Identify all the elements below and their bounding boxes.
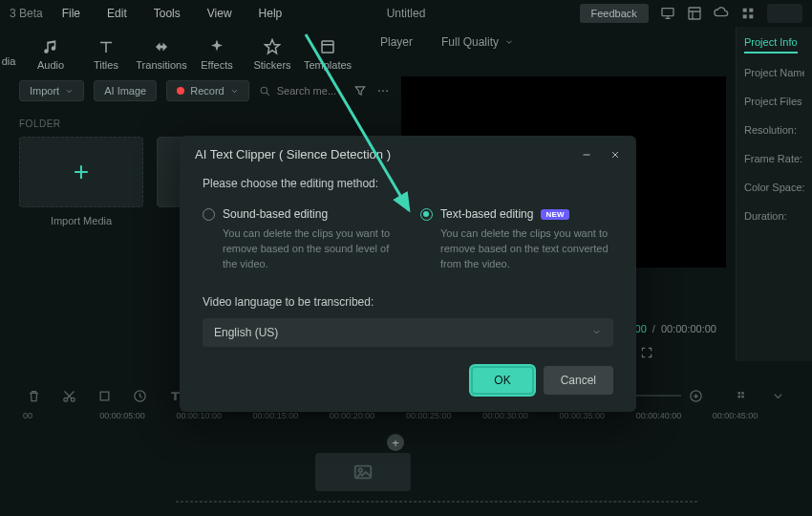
prop-project-name: Project Name: (744, 67, 804, 78)
method-sound-based[interactable]: Sound-based editing You can delete the c… (203, 207, 395, 272)
language-label: Video language to be transcribed: (203, 295, 613, 309)
timeline-tracks[interactable]: + (0, 430, 812, 506)
placeholder-clip[interactable] (315, 453, 411, 491)
monitor-icon[interactable] (660, 6, 675, 21)
inspector-panel: Project Info Project Name: Project Files… (736, 27, 812, 361)
svg-rect-28 (741, 392, 744, 395)
search-input[interactable] (277, 85, 344, 97)
svg-point-31 (358, 468, 362, 472)
layout-icon[interactable] (687, 6, 702, 21)
close-icon[interactable] (609, 149, 621, 161)
menu-file[interactable]: File (62, 7, 80, 20)
cloud-icon[interactable] (714, 6, 729, 21)
svg-rect-2 (742, 9, 746, 12)
empty-track-guide (176, 501, 697, 503)
add-track-button[interactable]: + (387, 434, 404, 451)
media-tab-truncated[interactable]: dia (0, 27, 17, 71)
document-title: Untitled (387, 7, 426, 20)
menu-view[interactable]: View (207, 7, 232, 20)
menu-edit[interactable]: Edit (107, 7, 127, 20)
crop-tool-icon[interactable] (97, 389, 112, 403)
svg-rect-26 (738, 392, 741, 395)
radio-selected-icon[interactable] (420, 208, 433, 221)
trash-icon[interactable] (27, 389, 41, 403)
chevron-down-icon (504, 37, 514, 47)
search-icon (259, 85, 271, 97)
tab-templates[interactable]: Templates (300, 32, 355, 76)
chevron-down-icon (591, 327, 602, 337)
record-dropdown[interactable]: Record (166, 80, 248, 101)
speed-icon[interactable] (133, 389, 147, 403)
method-desc: You can delete the clips you want to rem… (420, 226, 613, 272)
import-media-tile[interactable]: + Import Media (19, 137, 143, 226)
tab-effects[interactable]: Effects (189, 32, 245, 76)
total-time: 00:00:00:00 (661, 323, 716, 334)
menu-tools[interactable]: Tools (154, 7, 181, 20)
tool-tabs: Audio Titles Transitions Effects Sticker… (17, 27, 361, 76)
svg-rect-4 (742, 14, 746, 18)
player-label: Player (380, 35, 413, 49)
transitions-icon (153, 38, 170, 55)
ok-button[interactable]: OK (471, 366, 533, 395)
svg-rect-29 (741, 395, 744, 398)
project-info-tab[interactable]: Project Info (744, 36, 798, 54)
svg-point-12 (386, 90, 388, 92)
version-label: 3 Beta (10, 7, 43, 20)
method-text-based[interactable]: Text-based editing NEW You can delete th… (420, 207, 613, 272)
cancel-button[interactable]: Cancel (544, 366, 613, 395)
prop-frame-rate: Frame Rate: (744, 153, 804, 164)
quality-dropdown[interactable]: Full Quality (441, 35, 514, 49)
tab-titles[interactable]: Titles (78, 32, 134, 76)
image-placeholder-icon (353, 462, 374, 483)
ai-image-button[interactable]: AI Image (94, 80, 157, 101)
chevron-down-icon[interactable] (771, 389, 785, 403)
apps-icon[interactable] (740, 6, 756, 21)
tab-stickers[interactable]: Stickers (245, 32, 300, 76)
ai-text-clipper-dialog: AI Text Clipper ( Silence Detection ) Pl… (180, 136, 636, 412)
dialog-prompt: Please choose the editing method: (203, 177, 613, 190)
zoom-in-icon[interactable] (689, 389, 703, 403)
svg-rect-15 (100, 392, 109, 400)
prop-duration: Duration: (744, 210, 804, 222)
tab-transitions[interactable]: Transitions (134, 32, 189, 76)
svg-rect-6 (322, 41, 333, 53)
svg-rect-1 (689, 8, 700, 19)
svg-rect-3 (749, 9, 753, 12)
more-icon[interactable] (376, 84, 390, 97)
time-ruler[interactable]: 0000:00:05:0000:00:10:0000:00:15:0000:00… (0, 411, 812, 426)
radio-unselected-icon[interactable] (203, 208, 215, 221)
svg-rect-0 (662, 9, 673, 16)
svg-point-11 (382, 90, 384, 92)
cut-icon[interactable] (62, 389, 76, 403)
menu-help[interactable]: Help (259, 7, 283, 20)
titles-icon (97, 38, 115, 55)
svg-rect-5 (749, 14, 753, 18)
prop-color-space: Color Space: (744, 182, 804, 193)
menu-bar: 3 Beta File Edit Tools View Help Untitle… (0, 0, 812, 27)
filter-icon[interactable] (353, 84, 367, 97)
templates-icon (319, 38, 336, 55)
svg-point-9 (261, 87, 267, 94)
chevron-down-icon (65, 87, 74, 96)
new-badge: NEW (541, 209, 569, 220)
music-icon (42, 38, 59, 55)
language-select[interactable]: English (US) (203, 318, 613, 347)
disabled-right-button (767, 4, 802, 23)
minimize-icon[interactable] (581, 149, 592, 161)
record-dot-icon (177, 87, 184, 95)
plus-icon: + (74, 157, 89, 187)
import-dropdown[interactable]: Import (19, 80, 84, 101)
dialog-title: AI Text Clipper ( Silence Detection ) (195, 147, 391, 161)
effects-icon (208, 38, 225, 55)
prop-files-location: Project Files Loca (744, 96, 804, 107)
svg-rect-27 (738, 395, 741, 398)
track-options-icon[interactable] (736, 389, 750, 403)
tab-audio[interactable]: Audio (23, 32, 78, 76)
chevron-down-icon (230, 87, 239, 96)
svg-point-10 (378, 90, 380, 92)
search-field[interactable] (259, 85, 344, 97)
prop-resolution: Resolution: (744, 124, 804, 136)
stickers-icon (264, 38, 281, 55)
feedback-button[interactable]: Feedback (580, 4, 649, 23)
fullscreen-icon[interactable] (640, 346, 653, 359)
